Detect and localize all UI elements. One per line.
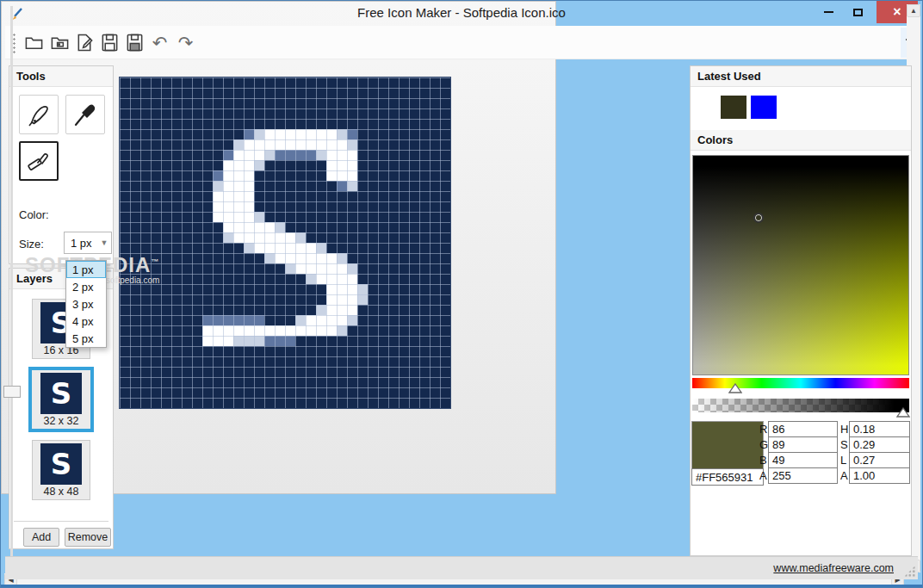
alpha-slider-marker[interactable]	[896, 407, 910, 418]
add-layer-button[interactable]: Add	[23, 528, 59, 547]
layer-thumbnail: S	[40, 373, 82, 414]
size-label: Size:	[19, 238, 44, 251]
remove-layer-button[interactable]: Remove	[65, 528, 111, 547]
folder-open-icon	[24, 33, 44, 53]
size-combobox[interactable]: 1 px ▼	[64, 232, 112, 254]
latest-used-swatches	[721, 96, 777, 119]
redo-icon: ↷	[178, 34, 194, 52]
app-window: Free Icon Maker - Softpedia Icon.ico × ↶…	[0, 0, 923, 588]
alpha-slider[interactable]	[692, 399, 909, 412]
b-field[interactable]: 49	[768, 452, 838, 468]
color-panel: Latest Used Colors #FF565931 R 86 G 89 B…	[690, 65, 912, 556]
minimize-button[interactable]	[815, 1, 841, 23]
a-field[interactable]: 255	[768, 467, 838, 484]
size-value: 1 px	[65, 237, 97, 250]
colors-title: Colors	[691, 130, 911, 151]
b-label: B	[759, 454, 768, 467]
a2-field[interactable]: 1.00	[849, 467, 910, 484]
hue-slider-marker[interactable]	[728, 383, 742, 393]
undo-button[interactable]: ↶	[148, 31, 171, 54]
r-label: R	[759, 423, 768, 436]
save-as-icon	[125, 33, 145, 53]
pixel-editor-canvas[interactable]	[119, 77, 451, 409]
layer-item-48x48[interactable]: S48 x 48	[32, 440, 90, 500]
a2-label: A	[840, 469, 849, 482]
g-field[interactable]: 89	[768, 436, 838, 453]
tools-panel: Tools Color: Size: 1 px ▼	[9, 65, 114, 264]
folder-open-button[interactable]	[22, 31, 46, 54]
zoom-slider-handle[interactable]	[3, 386, 21, 398]
pen-icon	[25, 101, 53, 128]
size-option[interactable]: 5 px	[66, 330, 106, 347]
g-label: G	[759, 438, 768, 451]
chevron-down-icon: ▼	[97, 238, 111, 247]
pen-tool-button[interactable]	[19, 95, 59, 134]
folder-image-button[interactable]	[48, 31, 71, 54]
zoom-slider-track[interactable]	[10, 6, 13, 577]
minimize-icon	[824, 11, 833, 13]
new-file-icon	[75, 33, 95, 53]
eyedropper-tool-button[interactable]	[65, 95, 105, 134]
scroll-up-button[interactable]: ▲	[907, 4, 920, 17]
maximize-icon	[853, 9, 863, 16]
title-bar[interactable]: Free Icon Maker - Softpedia Icon.ico ×	[1, 1, 922, 26]
s-label: S	[840, 438, 849, 451]
saturation-value-picker[interactable]	[692, 155, 909, 375]
mediafreeware-link[interactable]: www.mediafreeware.com	[773, 562, 894, 574]
h-label: H	[840, 423, 849, 436]
layer-size-label: 48 x 48	[33, 485, 90, 498]
size-option[interactable]: 4 px	[66, 313, 106, 330]
eraser-tool-button[interactable]	[19, 141, 59, 181]
save-button[interactable]	[98, 31, 121, 54]
latest-color-swatch[interactable]	[751, 96, 777, 119]
layer-item-32x32[interactable]: S32 x 32	[28, 367, 94, 432]
size-dropdown-popup: 1 px2 px3 px4 px5 px	[65, 260, 107, 348]
save-as-button[interactable]	[123, 31, 146, 54]
redo-button[interactable]: ↷	[174, 31, 197, 54]
current-color-preview	[691, 421, 764, 469]
latest-color-swatch[interactable]	[721, 96, 746, 119]
undo-icon: ↶	[152, 34, 168, 52]
layer-thumbnail: S	[40, 443, 82, 485]
size-option[interactable]: 2 px	[66, 278, 106, 295]
size-option[interactable]: 1 px	[66, 261, 106, 278]
tools-panel-title: Tools	[9, 66, 113, 87]
toolbar-grip[interactable]	[13, 33, 15, 53]
save-icon	[100, 33, 120, 53]
maximize-button[interactable]	[845, 1, 870, 23]
color-label: Color:	[19, 208, 49, 221]
folder-image-icon	[50, 33, 70, 53]
l-label: L	[840, 454, 849, 467]
hex-color-field[interactable]: #FF565931	[691, 468, 764, 486]
eraser-icon	[25, 147, 53, 175]
s-field[interactable]: 0.29	[849, 436, 910, 453]
size-option[interactable]: 3 px	[66, 295, 106, 313]
hue-slider[interactable]	[692, 378, 909, 388]
new-file-button[interactable]	[73, 31, 96, 54]
status-bar: www.mediafreeware.com	[5, 556, 918, 579]
toolbar: ↶↷ ▼	[5, 26, 920, 59]
picker-cursor[interactable]	[753, 213, 764, 223]
l-field[interactable]: 0.27	[849, 452, 910, 468]
window-title: Free Icon Maker - Softpedia Icon.ico	[1, 5, 922, 20]
r-field[interactable]: 86	[768, 421, 838, 437]
eyedropper-icon	[71, 101, 99, 128]
a-label: A	[759, 469, 768, 482]
layer-size-label: 32 x 32	[32, 414, 90, 428]
resize-grip[interactable]	[904, 566, 915, 577]
divider	[14, 521, 108, 522]
latest-used-title: Latest Used	[691, 66, 911, 87]
h-field[interactable]: 0.18	[849, 421, 910, 437]
window-bottom-border	[1, 585, 922, 587]
